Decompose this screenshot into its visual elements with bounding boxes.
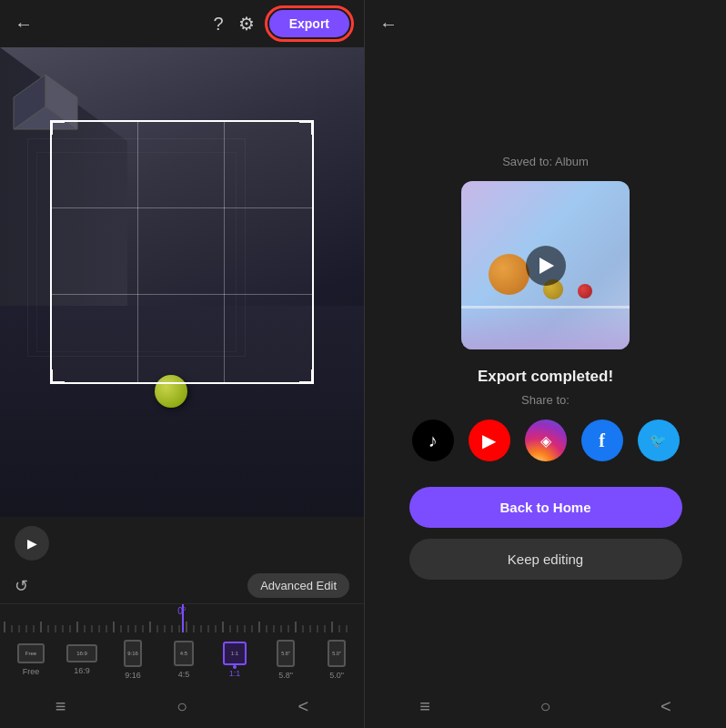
aspect-icon-16-9: 16:9 bbox=[66, 644, 97, 662]
export-complete-content: Saved to: Album Export completed! Share … bbox=[365, 47, 726, 687]
grid-line-h1 bbox=[52, 207, 312, 208]
aspect-label-5-8: 5.8" bbox=[278, 671, 293, 680]
nav-bar-right: ≡ ○ < bbox=[365, 687, 726, 728]
aspect-item-free[interactable]: Free Free bbox=[11, 643, 51, 676]
grid-line-h2 bbox=[52, 294, 312, 295]
right-panel: ← Saved to: Album Export completed! Shar… bbox=[365, 0, 726, 728]
aspect-label-4-5: 4:5 bbox=[178, 670, 190, 679]
aspect-label-9-16: 9:16 bbox=[125, 671, 141, 680]
aspect-icon-free: Free bbox=[17, 643, 45, 663]
advanced-edit-button[interactable]: Advanced Edit bbox=[247, 573, 349, 598]
aspect-label-free: Free bbox=[23, 667, 40, 676]
left-header: ← ? ⚙ Export bbox=[0, 0, 364, 47]
aspect-icon-9-16: 9:16 bbox=[124, 640, 142, 667]
grid-line-v2 bbox=[224, 122, 225, 382]
crop-overlay[interactable] bbox=[50, 120, 314, 384]
crop-grid bbox=[52, 122, 312, 382]
bottom-controls: ▶ ↺ Advanced Edit 0° /* ticks rendered v… bbox=[0, 517, 364, 728]
aspect-label-16-9: 16:9 bbox=[74, 666, 90, 675]
reset-button[interactable]: ↺ bbox=[15, 576, 28, 596]
twitter-icon: 🐦 bbox=[650, 432, 667, 449]
ruler-ticks-svg bbox=[0, 603, 364, 632]
nav-menu-icon[interactable]: ≡ bbox=[55, 696, 66, 717]
video-thumbnail[interactable] bbox=[461, 181, 630, 349]
share-facebook-button[interactable]: f bbox=[581, 420, 623, 461]
facebook-icon: f bbox=[599, 430, 605, 451]
play-triangle-icon bbox=[539, 258, 554, 274]
aspect-item-16-9[interactable]: 16:9 16:9 bbox=[62, 644, 102, 675]
nav-bar-left: ≡ ○ < bbox=[0, 687, 364, 728]
back-button[interactable]: ← bbox=[15, 14, 33, 35]
right-nav-home-icon[interactable]: ○ bbox=[539, 696, 550, 717]
right-header: ← bbox=[365, 0, 726, 47]
video-area bbox=[0, 47, 364, 517]
aspect-icon-5-8: 5.8" bbox=[277, 640, 295, 667]
share-label: Share to: bbox=[521, 393, 570, 407]
saved-label: Saved to: Album bbox=[502, 155, 589, 168]
header-icons: ? ⚙ Export bbox=[214, 10, 349, 37]
settings-button[interactable]: ⚙ bbox=[238, 13, 255, 35]
aspect-item-1-1[interactable]: 1:1 1:1 bbox=[215, 642, 255, 678]
aspect-ratio-bar: Free Free 16:9 16:9 9:16 9:16 4:5 4:5 1:… bbox=[0, 632, 364, 687]
timeline-ruler[interactable]: 0° /* ticks rendered via CSS below */ bbox=[0, 603, 364, 632]
aspect-label-5-0: 5.0" bbox=[329, 671, 344, 680]
back-to-home-button[interactable]: Back to Home bbox=[409, 487, 682, 528]
nav-home-icon[interactable]: ○ bbox=[176, 696, 187, 717]
thumbnail-ball-1 bbox=[489, 254, 529, 295]
grid-line-v1 bbox=[137, 122, 138, 382]
help-button[interactable]: ? bbox=[214, 14, 224, 35]
aspect-item-5-8[interactable]: 5.8" 5.8" bbox=[266, 640, 306, 680]
tiktok-icon: ♪ bbox=[429, 430, 438, 451]
share-instagram-button[interactable]: ◈ bbox=[525, 420, 567, 461]
play-icon: ▶ bbox=[27, 536, 37, 551]
right-nav-back-icon[interactable]: < bbox=[660, 696, 671, 717]
export-completed-label: Export completed! bbox=[478, 368, 613, 386]
export-button[interactable]: Export bbox=[269, 10, 349, 37]
keep-editing-button[interactable]: Keep editing bbox=[409, 539, 682, 580]
nav-back-icon[interactable]: < bbox=[298, 696, 309, 717]
aspect-icon-5-0: 5.0" bbox=[328, 640, 346, 667]
thumbnail-gradient bbox=[461, 304, 630, 349]
share-icons: ♪ ▶ ◈ f 🐦 bbox=[412, 420, 680, 461]
aspect-icon-4-5: 4:5 bbox=[174, 641, 194, 666]
instagram-icon: ◈ bbox=[540, 432, 551, 450]
aspect-item-4-5[interactable]: 4:5 4:5 bbox=[164, 641, 204, 679]
right-back-button[interactable]: ← bbox=[379, 14, 398, 35]
share-twitter-button[interactable]: 🐦 bbox=[638, 420, 680, 461]
aspect-item-5-0[interactable]: 5.0" 5.0" bbox=[317, 640, 357, 680]
video-canvas bbox=[0, 47, 364, 517]
thumbnail-ball-3 bbox=[578, 284, 592, 298]
share-youtube-button[interactable]: ▶ bbox=[469, 420, 510, 461]
playback-row: ▶ bbox=[0, 517, 364, 570]
youtube-icon: ▶ bbox=[482, 430, 496, 451]
advanced-edit-row: ↺ Advanced Edit bbox=[0, 570, 364, 603]
right-nav-menu-icon[interactable]: ≡ bbox=[419, 696, 430, 717]
aspect-icon-1-1: 1:1 bbox=[223, 642, 247, 665]
left-panel: ← ? ⚙ Export bbox=[0, 0, 364, 728]
play-button[interactable]: ▶ bbox=[15, 526, 49, 561]
share-tiktok-button[interactable]: ♪ bbox=[412, 420, 454, 461]
thumbnail-play-overlay[interactable] bbox=[526, 246, 566, 286]
aspect-item-9-16[interactable]: 9:16 9:16 bbox=[113, 640, 153, 680]
aspect-label-1-1: 1:1 bbox=[229, 669, 241, 678]
